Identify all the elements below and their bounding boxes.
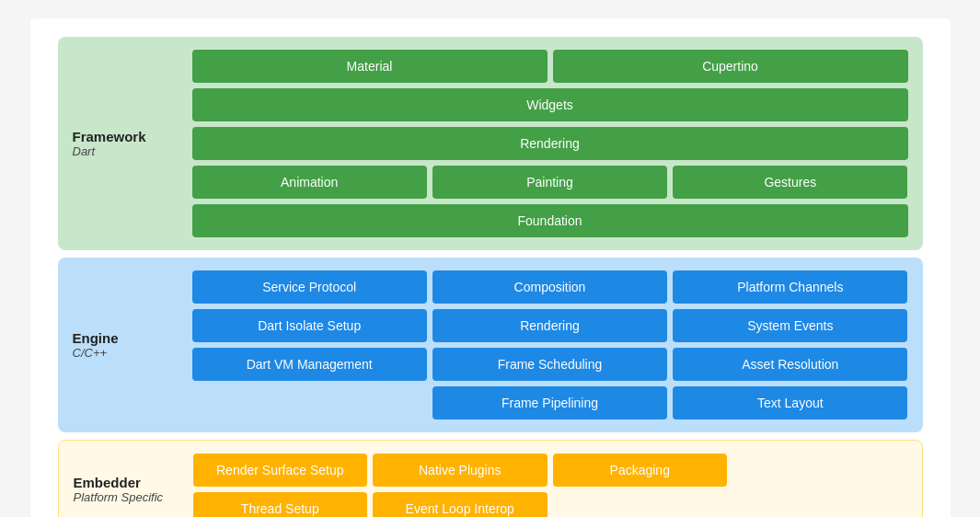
framework-layer: Framework Dart Material Cupertino Widget… <box>58 37 923 250</box>
engine-text-layout: Text Layout <box>673 386 907 419</box>
engine-frame-scheduling: Frame Scheduling <box>432 348 667 381</box>
framework-content: Material Cupertino Widgets Rendering Ani… <box>192 50 908 237</box>
engine-row-4: Frame Pipelining Text Layout <box>192 386 908 419</box>
embedder-content: Render Surface Setup Native Plugins Pack… <box>193 454 907 517</box>
engine-label: Engine C/C++ <box>73 270 183 419</box>
framework-material: Material <box>192 50 548 83</box>
embedder-thread-setup: Thread Setup <box>193 492 368 517</box>
framework-cupertino: Cupertino <box>553 50 908 83</box>
framework-sublabel: Dart <box>73 144 183 158</box>
framework-row-5: Foundation <box>192 204 908 237</box>
embedder-layer: Embedder Platform Specific Render Surfac… <box>58 440 923 517</box>
framework-widgets: Widgets <box>192 88 908 121</box>
engine-content: Service Protocol Composition Platform Ch… <box>192 270 908 419</box>
engine-sublabel: C/C++ <box>73 346 183 360</box>
engine-frame-pipelining: Frame Pipelining <box>432 386 667 419</box>
framework-label: Framework Dart <box>73 50 183 237</box>
engine-service-protocol: Service Protocol <box>192 270 427 304</box>
framework-row-3: Rendering <box>192 127 908 160</box>
framework-row-2: Widgets <box>192 88 908 121</box>
engine-row-3: Dart VM Management Frame Scheduling Asse… <box>192 348 908 381</box>
diagram-container: Framework Dart Material Cupertino Widget… <box>30 18 951 517</box>
embedder-label: Embedder Platform Specific <box>74 454 184 517</box>
engine-rendering: Rendering <box>432 309 667 342</box>
engine-dart-isolate-setup: Dart Isolate Setup <box>192 309 427 342</box>
framework-animation: Animation <box>192 166 427 199</box>
engine-row-2: Dart Isolate Setup Rendering System Even… <box>192 309 908 342</box>
embedder-sublabel: Platform Specific <box>74 490 184 504</box>
engine-platform-channels: Platform Channels <box>673 270 907 304</box>
framework-rendering: Rendering <box>192 127 908 160</box>
framework-row-4: Animation Painting Gestures <box>192 166 908 199</box>
framework-gestures: Gestures <box>673 166 907 199</box>
embedder-row-1: Render Surface Setup Native Plugins Pack… <box>193 454 907 487</box>
engine-asset-resolution: Asset Resolution <box>673 348 907 381</box>
engine-composition: Composition <box>432 270 667 304</box>
embedder-native-plugins: Native Plugins <box>373 454 548 487</box>
embedder-render-surface-setup: Render Surface Setup <box>193 454 368 487</box>
embedder-title: Embedder <box>74 475 184 490</box>
framework-painting: Painting <box>432 166 667 199</box>
engine-title: Engine <box>73 330 183 346</box>
engine-dart-vm-management: Dart VM Management <box>192 348 427 381</box>
engine-system-events: System Events <box>673 309 907 342</box>
embedder-event-loop-interop: Event Loop Interop <box>373 492 548 517</box>
engine-layer: Engine C/C++ Service Protocol Compositio… <box>58 258 923 432</box>
embedder-packaging: Packaging <box>553 454 728 487</box>
framework-row-1: Material Cupertino <box>192 50 908 83</box>
framework-foundation: Foundation <box>192 204 908 237</box>
engine-row-1: Service Protocol Composition Platform Ch… <box>192 270 908 304</box>
framework-title: Framework <box>73 129 183 144</box>
embedder-row-2: Thread Setup Event Loop Interop <box>193 492 907 517</box>
